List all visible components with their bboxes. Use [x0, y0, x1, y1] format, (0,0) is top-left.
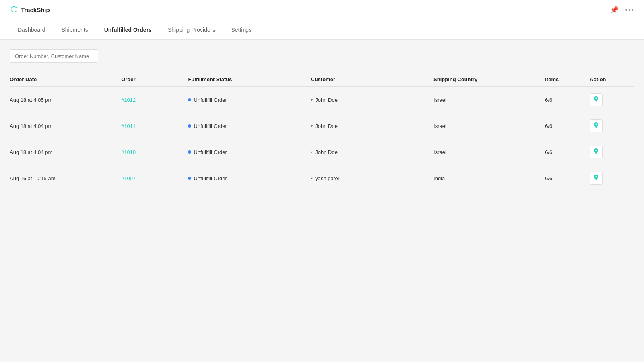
status-dot-icon: [188, 124, 191, 128]
location-pin-icon: [593, 122, 599, 130]
table-row: Aug 18 at 4:04 pm #1010 Unfullfill Order…: [10, 139, 634, 165]
more-options-icon[interactable]: •••: [625, 6, 634, 14]
nav-item-settings[interactable]: Settings: [223, 20, 260, 39]
cell-items: 6/6: [545, 87, 590, 113]
pin-icon: 📌: [610, 6, 619, 14]
col-header-order-date: Order Date: [10, 72, 121, 87]
location-pin-icon: [593, 96, 599, 104]
col-header-shipping-country: Shipping Country: [433, 72, 545, 87]
cell-customer: ▾ John Doe: [311, 139, 433, 165]
customer-name: John Doe: [315, 123, 338, 129]
order-link[interactable]: #1012: [121, 97, 136, 103]
order-link[interactable]: #1007: [121, 175, 136, 181]
nav-item-shipments[interactable]: Shipments: [54, 20, 96, 39]
cell-order-date: Aug 16 at 10:15 am: [10, 165, 121, 191]
cell-shipping-country: Israel: [433, 87, 545, 113]
chevron-down-icon[interactable]: ▾: [311, 124, 313, 128]
action-button[interactable]: [590, 93, 603, 106]
cell-items: 6/6: [545, 139, 590, 165]
cell-fulfillment-status: Unfullfill Order: [188, 165, 311, 191]
nav-item-shipping-providers[interactable]: Shipping Providers: [160, 20, 223, 39]
cell-action: [590, 165, 634, 191]
cell-fulfillment-status: Unfullfill Order: [188, 113, 311, 139]
status-dot-icon: [188, 150, 191, 154]
cell-action: [590, 87, 634, 113]
cell-action: [590, 113, 634, 139]
orders-table: Order Date Order Fulfillment Status Cust…: [10, 72, 634, 191]
header: TrackShip 📌 •••: [0, 0, 644, 20]
cell-fulfillment-status: Unfullfill Order: [188, 87, 311, 113]
action-button[interactable]: [590, 172, 603, 185]
status-label: Unfullfill Order: [194, 149, 227, 155]
customer-name: John Doe: [315, 149, 338, 155]
table-row: Aug 18 at 4:05 pm #1012 Unfullfill Order…: [10, 87, 634, 113]
cell-fulfillment-status: Unfullfill Order: [188, 139, 311, 165]
cell-action: [590, 139, 634, 165]
search-input[interactable]: [10, 49, 98, 63]
location-pin-icon: [593, 175, 599, 182]
table-row: Aug 18 at 4:04 pm #1011 Unfullfill Order…: [10, 113, 634, 139]
cell-order-id: #1012: [121, 87, 188, 113]
nav: Dashboard Shipments Unfulfilled Orders S…: [0, 20, 644, 40]
cell-items: 6/6: [545, 165, 590, 191]
status-label: Unfullfill Order: [194, 123, 227, 129]
table-header: Order Date Order Fulfillment Status Cust…: [10, 72, 634, 87]
status-label: Unfullfill Order: [194, 97, 227, 103]
customer-name: John Doe: [315, 97, 338, 103]
header-right: 📌 •••: [610, 6, 634, 14]
action-button[interactable]: [590, 119, 603, 132]
cell-items: 6/6: [545, 113, 590, 139]
cell-customer: ▾ yash patel: [311, 165, 433, 191]
cell-shipping-country: India: [433, 165, 545, 191]
cell-order-id: #1011: [121, 113, 188, 139]
cell-shipping-country: Israel: [433, 113, 545, 139]
order-link[interactable]: #1010: [121, 149, 136, 155]
chevron-down-icon[interactable]: ▾: [311, 150, 313, 154]
order-link[interactable]: #1011: [121, 123, 136, 129]
cell-shipping-country: Israel: [433, 139, 545, 165]
status-dot-icon: [188, 177, 191, 180]
logo-icon: [10, 6, 19, 14]
chevron-down-icon[interactable]: ▾: [311, 98, 313, 102]
cell-order-date: Aug 18 at 4:04 pm: [10, 113, 121, 139]
cell-order-date: Aug 18 at 4:05 pm: [10, 87, 121, 113]
col-header-action: Action: [590, 72, 634, 87]
col-header-customer: Customer: [311, 72, 433, 87]
cell-order-id: #1010: [121, 139, 188, 165]
status-dot-icon: [188, 98, 191, 101]
search-bar: [10, 49, 634, 63]
col-header-items: Items: [545, 72, 590, 87]
main-content: Order Date Order Fulfillment Status Cust…: [0, 40, 644, 201]
table-row: Aug 16 at 10:15 am #1007 Unfullfill Orde…: [10, 165, 634, 191]
col-header-fulfillment-status: Fulfillment Status: [188, 72, 311, 87]
table-body: Aug 18 at 4:05 pm #1012 Unfullfill Order…: [10, 87, 634, 191]
nav-item-dashboard[interactable]: Dashboard: [10, 20, 54, 39]
logo[interactable]: TrackShip: [10, 6, 50, 14]
location-pin-icon: [593, 148, 599, 156]
status-label: Unfullfill Order: [194, 175, 227, 181]
nav-item-unfulfilled-orders[interactable]: Unfulfilled Orders: [96, 20, 160, 39]
cell-order-id: #1007: [121, 165, 188, 191]
customer-name: yash patel: [315, 175, 339, 181]
cell-customer: ▾ John Doe: [311, 87, 433, 113]
cell-customer: ▾ John Doe: [311, 113, 433, 139]
cell-order-date: Aug 18 at 4:04 pm: [10, 139, 121, 165]
app-name: TrackShip: [21, 6, 50, 13]
col-header-order: Order: [121, 72, 188, 87]
chevron-down-icon[interactable]: ▾: [311, 176, 313, 181]
action-button[interactable]: [590, 146, 603, 158]
